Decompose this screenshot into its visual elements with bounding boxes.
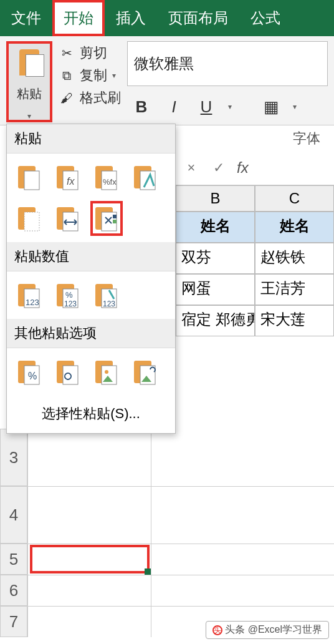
svg-text:%: % [28,371,37,381]
toutiao-icon: 头 [212,625,222,635]
ribbon-tabs: 文件 开始 插入 页面布局 公式 [0,0,334,36]
paste-picture-icon[interactable] [90,354,123,389]
paste-all-icon[interactable] [13,160,45,195]
fill-handle[interactable] [145,568,151,575]
dd-section-values: 粘贴数值 [7,242,175,271]
paste-linked-picture-icon[interactable] [129,354,161,389]
paste-special-item[interactable]: 选择性粘贴(S)... [7,396,175,433]
paste-values-srcfmt-icon[interactable]: 123 [90,278,123,313]
paste-formatting-icon[interactable]: % [13,354,45,389]
svg-text:%: % [65,290,73,300]
confirm-icon[interactable]: ✓ [209,160,228,176]
paste-dropdown: 粘贴 fx %fx 粘贴数值 123 %123 123 其他粘贴选项 % 选择性… [6,124,176,434]
ribbon-body: 粘贴 ▾ ✂剪切 ⧉复制 ▾ 🖌格式刷 微软雅黑 B I U ▾ ▦ ▾ [0,36,334,125]
tab-insert[interactable]: 插入 [105,0,157,36]
svg-text:123: 123 [64,300,77,308]
cell[interactable]: 王洁芳 [255,274,334,305]
font-name-input[interactable]: 微软雅黑 [127,41,328,86]
copy-button[interactable]: ⧉复制 ▾ [59,66,121,85]
chevron-down-icon: ▾ [293,102,297,111]
dd-section-other: 其他粘贴选项 [7,319,175,348]
cell[interactable]: 双芬 [176,243,255,274]
svg-rect-16 [113,215,117,218]
paste-source-fmt-icon[interactable] [129,160,161,195]
svg-rect-11 [24,212,39,231]
format-painter-button[interactable]: 🖌格式刷 [59,89,121,107]
column-headers: B C [176,185,334,212]
row-header-5[interactable]: 5 [0,544,27,575]
chevron-down-icon: ▾ [27,112,31,120]
scissors-icon: ✂ [59,45,75,61]
tab-file[interactable]: 文件 [0,0,52,36]
paste-colwidth-icon[interactable] [52,201,84,236]
clipboard-group: ✂剪切 ⧉复制 ▾ 🖌格式刷 [59,41,121,122]
cell[interactable]: 宋大莲 [255,305,334,336]
chevron-down-icon: ▾ [112,71,116,80]
cell-b1[interactable]: 姓名 [176,212,255,243]
paste-formulas-icon[interactable]: fx [52,160,84,195]
chevron-down-icon: ▾ [228,102,232,111]
svg-text:fx: fx [67,176,75,187]
cell[interactable]: 网蛋 [176,274,255,305]
cell-c1[interactable]: 姓名 [255,212,334,243]
paste-link-icon[interactable] [52,354,84,389]
cell[interactable]: 赵铁铁 [255,243,334,274]
paste-formulas-fmt-icon[interactable]: %fx [90,160,123,195]
format-row: B I U ▾ ▦ ▾ [127,91,328,122]
col-header-c[interactable]: C [255,185,334,212]
row-header-7[interactable]: 7 [0,606,27,637]
paste-button[interactable]: 粘贴 ▾ [6,41,52,122]
cancel-icon[interactable]: × [182,160,201,176]
copy-icon: ⧉ [59,67,75,84]
row-header-3[interactable]: 3 [0,429,27,486]
svg-rect-1 [24,171,39,190]
cell[interactable]: 宿定 郑德勇 [176,305,255,336]
paste-noborders-icon[interactable] [13,201,45,236]
paste-values-numfmt-icon[interactable]: %123 [52,278,84,313]
selected-cell[interactable] [30,545,150,573]
fx-label[interactable]: fx [237,159,249,177]
cut-button[interactable]: ✂剪切 [59,44,121,62]
svg-point-35 [105,370,108,374]
svg-text:%fx: %fx [103,177,117,187]
tab-formula[interactable]: 公式 [239,0,292,36]
paste-transpose-icon[interactable] [90,201,123,236]
watermark: 头头条 @Excel学习世界 [206,621,329,639]
clipboard-icon [17,46,42,76]
italic-button[interactable]: I [163,96,184,117]
tab-home[interactable]: 开始 [52,0,105,36]
header-row: 姓名 姓名 [176,212,334,243]
bold-button[interactable]: B [131,96,152,117]
paste-label: 粘贴 [17,85,42,102]
row-header-4[interactable]: 4 [0,486,27,544]
svg-rect-17 [113,220,117,223]
row-header-6[interactable]: 6 [0,575,27,606]
tab-layout[interactable]: 页面布局 [157,0,239,36]
svg-text:123: 123 [103,300,115,308]
borders-button[interactable]: ▦ [260,96,282,117]
col-header-b[interactable]: B [176,185,255,212]
underline-button[interactable]: U [196,96,217,117]
dd-section-paste: 粘贴 [7,124,175,154]
paste-values-icon[interactable]: 123 [13,278,45,313]
brush-icon: 🖌 [59,90,75,106]
formula-bar: × ✓ fx [176,150,334,185]
svg-text:123: 123 [26,298,39,307]
